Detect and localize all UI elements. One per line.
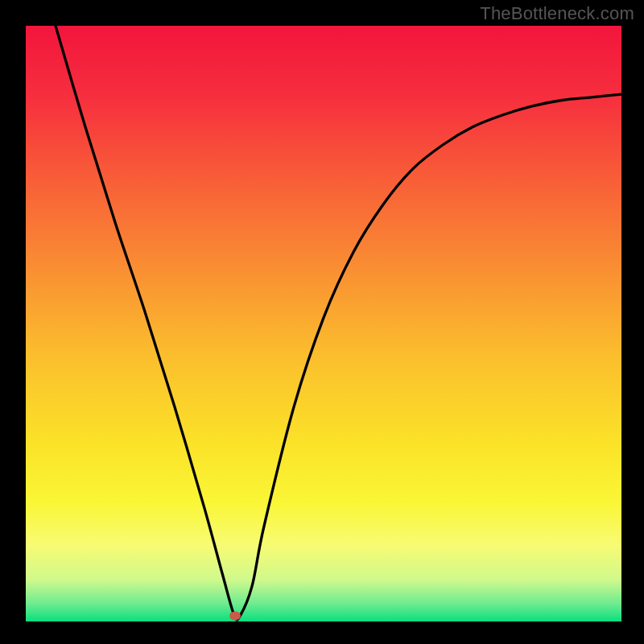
minimum-marker [229, 612, 241, 621]
svg-rect-0 [26, 26, 621, 621]
background-gradient [26, 26, 621, 621]
attribution-text: TheBottleneck.com [480, 3, 634, 24]
plot-area [26, 26, 621, 621]
chart-container: TheBottleneck.com [0, 0, 644, 644]
